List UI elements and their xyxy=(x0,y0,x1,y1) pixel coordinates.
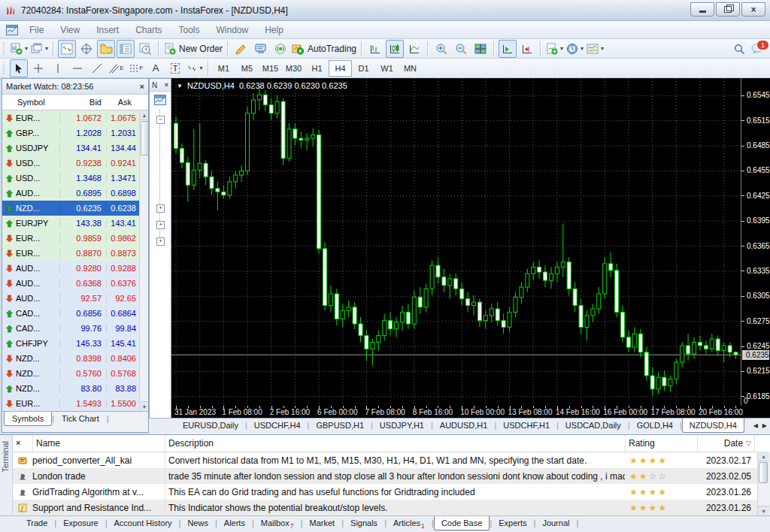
tool-vertical-line-button[interactable] xyxy=(49,59,67,77)
chart-shift-button[interactable] xyxy=(518,40,536,58)
terminal-tab-mailbox[interactable]: Mailbox7 xyxy=(254,516,301,532)
market-watch-tab-symbols[interactable]: Symbols xyxy=(4,412,52,426)
market-watch-row[interactable]: CHFJPY145.33145.41 xyxy=(2,336,148,351)
market-watch-row[interactable]: EURJPY143.38143.41 xyxy=(2,216,148,231)
market-watch-row[interactable]: NZD...83.8083.88 xyxy=(2,381,148,396)
tabs-scroll-right-icon[interactable]: ▶ xyxy=(762,422,767,429)
market-watch-row[interactable]: AUD...0.63680.6376 xyxy=(2,276,148,291)
column-date[interactable]: Date xyxy=(724,438,743,449)
chart-tab-eurusd-daily[interactable]: EURUSD,Daily xyxy=(176,419,245,432)
terminal-tab-journal[interactable]: Journal xyxy=(535,516,576,530)
chart-tab-nzdusd-h4[interactable]: NZDUSD,H4 xyxy=(682,419,744,433)
market-watch-row[interactable]: USDJPY134.41134.44 xyxy=(2,141,148,156)
menu-item-window[interactable]: Window xyxy=(208,22,257,38)
price-axis[interactable]: 0 0.65450.65150.64850.64550.64250.63950.… xyxy=(741,78,770,406)
timeframe-m1-button[interactable]: M1 xyxy=(212,60,235,77)
zoom-out-button[interactable] xyxy=(452,40,470,58)
codebase-row[interactable]: GridTrading Algorithm at v...This EA can… xyxy=(13,484,770,500)
market-watch-row[interactable]: AUD...92.5792.65 xyxy=(2,291,148,306)
window-close-button[interactable]: × xyxy=(741,2,765,17)
market-watch-tab-tick-chart[interactable]: Tick Chart xyxy=(54,412,107,425)
terminal-toggle-button[interactable] xyxy=(117,40,135,58)
codebase-row[interactable]: period_converter_All_kaiConvert historic… xyxy=(13,452,770,468)
tool-arrows-button[interactable]: ▾ xyxy=(186,59,204,77)
market-watch-row[interactable]: EUR...0.98590.9862 xyxy=(2,231,148,246)
chart-tab-usdjpy-h1[interactable]: USDJPY,H1 xyxy=(373,419,431,432)
market-watch-row[interactable]: USD...1.34681.3471 xyxy=(2,171,148,186)
line-chart-mode-button[interactable] xyxy=(405,40,423,58)
new-order-button[interactable]: New Order xyxy=(163,40,223,58)
timeframe-h1-button[interactable]: H1 xyxy=(305,60,329,77)
new-chart-button[interactable]: ▾ xyxy=(10,40,29,58)
metaeditor-button[interactable] xyxy=(232,40,250,58)
templates-button[interactable]: ▾ xyxy=(586,40,605,58)
scroll-down-icon[interactable]: ▼ xyxy=(758,506,769,515)
timeframe-d1-button[interactable]: D1 xyxy=(352,60,375,77)
profiles-button[interactable]: ▾ xyxy=(30,40,49,58)
terminal-tab-trade[interactable]: Trade xyxy=(20,516,54,530)
signals-service-button[interactable] xyxy=(271,40,290,58)
market-watch-row[interactable]: NZD...0.57600.5768 xyxy=(2,366,148,381)
timeframe-m30-button[interactable]: M30 xyxy=(282,60,305,77)
market-watch-row[interactable]: GBP...1.20281.2031 xyxy=(2,125,148,141)
menu-item-view[interactable]: View xyxy=(52,22,88,38)
chart-tab-gbpusd-h1[interactable]: GBPUSD,H1 xyxy=(309,419,371,432)
notifications-button[interactable]: 1 xyxy=(751,44,764,54)
tool-text-button[interactable]: A xyxy=(147,59,165,77)
auto-scroll-button[interactable] xyxy=(499,40,517,58)
timeframe-m15-button[interactable]: M15 xyxy=(259,60,282,77)
data-window-button[interactable] xyxy=(77,40,95,58)
navigator-tree[interactable]: − + + + xyxy=(150,92,171,377)
mql-community-button[interactable] xyxy=(252,40,270,58)
tile-windows-button[interactable] xyxy=(471,40,490,58)
terminal-tab-market[interactable]: Market xyxy=(303,516,342,530)
zoom-in-button[interactable] xyxy=(432,40,450,58)
tool-trendline-button[interactable] xyxy=(88,59,106,77)
time-axis[interactable]: 31 Jan 20231 Feb 08:002 Feb 16:006 Feb 0… xyxy=(171,406,770,418)
tree-expand-icon[interactable]: + xyxy=(156,237,165,246)
tree-expand-icon[interactable]: + xyxy=(156,204,165,213)
market-watch-toggle-button[interactable] xyxy=(58,40,76,58)
terminal-tab-alerts[interactable]: Alerts xyxy=(217,516,252,530)
market-watch-row[interactable]: EUR...1.54931.5500 xyxy=(2,396,148,411)
chart-tab-audusd-h1[interactable]: AUDUSD,H1 xyxy=(433,419,495,432)
market-watch-row[interactable]: EUR...1.06721.0675 xyxy=(2,110,148,125)
chart-pane[interactable]: ▼ NZDUSD,H4 0.6238 0.6239 0.6230 0.6235 xyxy=(171,78,741,406)
window-minimize-button[interactable] xyxy=(690,2,714,17)
chart-menu-icon[interactable]: ▼ xyxy=(177,83,183,89)
timeframe-m5-button[interactable]: M5 xyxy=(235,60,259,77)
terminal-close-button[interactable]: × xyxy=(16,438,20,447)
tool-equidistant-channel-button[interactable]: E xyxy=(108,59,126,77)
column-name[interactable]: Name xyxy=(32,435,165,452)
tool-crosshair-button[interactable] xyxy=(29,59,47,77)
scrollbar-thumb[interactable] xyxy=(759,462,768,483)
market-watch-row[interactable]: AUD...0.92800.9288 xyxy=(2,261,148,276)
terminal-tab-articles[interactable]: Articles1 xyxy=(387,516,432,532)
terminal-scrollbar[interactable]: ▲ ▼ xyxy=(757,452,770,515)
chart-tab-gold-h4[interactable]: GOLD,H4 xyxy=(630,419,680,432)
market-watch-row[interactable]: CAD...99.7699.84 xyxy=(2,321,148,336)
terminal-tab-news[interactable]: News xyxy=(180,516,215,530)
column-rating[interactable]: Rating xyxy=(625,435,697,452)
terminal-tab-signals[interactable]: Signals xyxy=(344,516,384,530)
search-button[interactable] xyxy=(734,44,745,55)
market-watch-close-button[interactable]: × xyxy=(140,83,144,90)
terminal-tab-exposure[interactable]: Exposure xyxy=(56,516,105,530)
timeframe-h4-button[interactable]: H4 xyxy=(329,60,352,77)
periods-button[interactable]: ▾ xyxy=(565,40,584,58)
tabs-scroll-left-icon[interactable]: ◀ xyxy=(753,422,758,429)
window-restore-button[interactable] xyxy=(716,2,740,17)
terminal-tab-experts[interactable]: Experts xyxy=(492,516,533,530)
scroll-up-icon[interactable]: ▲ xyxy=(140,110,148,120)
toolbar-grip[interactable] xyxy=(3,42,6,56)
scroll-down-icon[interactable]: ▼ xyxy=(140,401,148,411)
autotrading-button[interactable]: AutoTrading xyxy=(291,40,357,58)
codebase-row[interactable]: fSupport and Resistance Ind...This Indic… xyxy=(13,500,770,515)
scrollbar-thumb[interactable] xyxy=(141,121,148,156)
chart-tab-usdchf-h1[interactable]: USDCHF,H1 xyxy=(496,419,556,432)
navigator-close-button[interactable]: × xyxy=(165,81,168,89)
tree-collapse-icon[interactable]: − xyxy=(156,116,165,124)
menu-item-tools[interactable]: Tools xyxy=(171,22,208,38)
candlestick-mode-button[interactable] xyxy=(386,40,404,58)
menu-item-file[interactable]: File xyxy=(21,22,52,38)
